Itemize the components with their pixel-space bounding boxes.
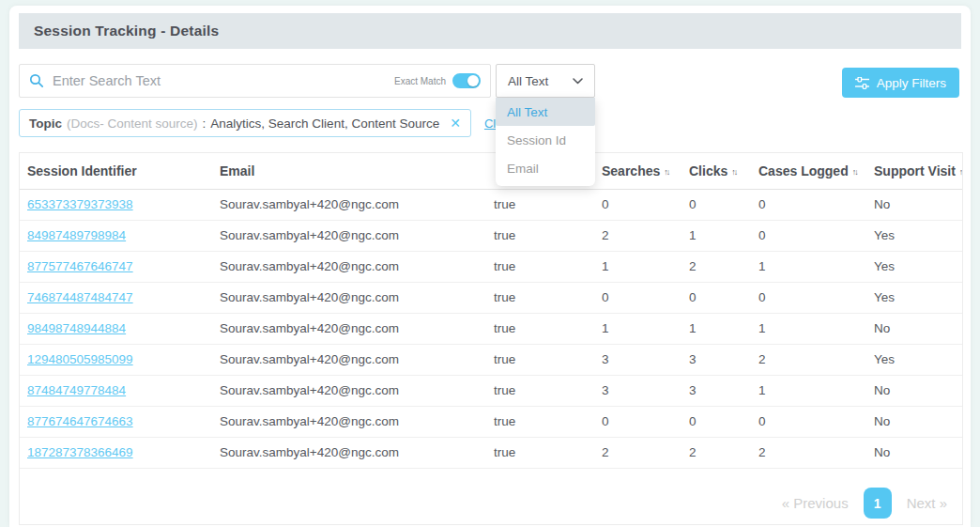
table-row: 877674647674663 Sourav.sambyal+420@ngc.c…: [20, 406, 962, 437]
sort-icon[interactable]: ↑↓: [852, 167, 857, 177]
dropdown-option-email[interactable]: Email: [496, 154, 595, 182]
support-visit-cell: No: [866, 189, 962, 220]
cases-logged-cell: 0: [751, 406, 866, 437]
exact-match-control: Exact Match: [394, 73, 481, 88]
cases-logged-cell: 1: [751, 313, 866, 344]
next-page-button[interactable]: Next »: [907, 495, 947, 511]
page-titlebar: Session Tracking - Details: [19, 13, 961, 49]
cases-logged-cell: 0: [751, 189, 866, 220]
table-row: 877577467646747 Sourav.sambyal+420@ngc.c…: [20, 251, 962, 282]
sliders-icon: [855, 77, 869, 89]
searches-cell: 0: [594, 189, 681, 220]
session-id-link[interactable]: 187287378366469: [27, 445, 133, 459]
cases-logged-cell: 0: [751, 282, 866, 313]
current-page-button[interactable]: 1: [864, 488, 892, 519]
flag-cell: true: [486, 344, 594, 375]
flag-cell: true: [486, 282, 594, 313]
support-visit-cell: Yes: [866, 282, 962, 313]
support-visit-cell: Yes: [866, 220, 962, 251]
chip-remove-icon[interactable]: ✕: [450, 116, 461, 131]
search-scope-dropdown: All Text Session Id Email: [496, 98, 595, 186]
clicks-cell: 2: [681, 251, 751, 282]
apply-filters-label: Apply Filters: [877, 76, 946, 90]
table-row: 653373379373938 Sourav.sambyal+420@ngc.c…: [20, 189, 962, 220]
filter-chip-hint: (Docs- Content source): [67, 116, 198, 131]
cases-logged-cell: 0: [751, 220, 866, 251]
email-cell: Sourav.sambyal+420@ngc.com: [212, 313, 486, 344]
searches-cell: 1: [594, 313, 681, 344]
page-title: Session Tracking - Details: [34, 23, 219, 39]
clicks-cell: 0: [681, 189, 751, 220]
table-row: 98498748944884 Sourav.sambyal+420@ngc.co…: [20, 313, 962, 344]
header-clicks[interactable]: Clicks↑↓: [681, 153, 751, 189]
clicks-cell: 0: [681, 282, 751, 313]
session-id-link[interactable]: 84987489798984: [27, 228, 126, 242]
cases-logged-cell: 2: [751, 344, 866, 375]
table-row: 746874487484747 Sourav.sambyal+420@ngc.c…: [20, 282, 962, 313]
clicks-cell: 3: [681, 344, 751, 375]
apply-filters-button[interactable]: Apply Filters: [842, 68, 959, 98]
sort-icon[interactable]: ↑↓: [731, 167, 736, 177]
searches-cell: 1: [594, 251, 681, 282]
filter-chip-topic: Topic (Docs- Content source) : Analytics…: [19, 109, 471, 137]
cases-logged-cell: 1: [751, 375, 866, 406]
filter-chip-name: Topic: [29, 116, 62, 131]
dropdown-option-session-id[interactable]: Session Id: [496, 126, 595, 154]
email-cell: Sourav.sambyal+420@ngc.com: [212, 344, 486, 375]
support-visit-cell: Yes: [866, 344, 962, 375]
support-visit-cell: No: [866, 437, 962, 468]
table-row: 84987489798984 Sourav.sambyal+420@ngc.co…: [20, 220, 962, 251]
header-cases-logged[interactable]: Cases Logged↑↓: [751, 153, 866, 189]
search-icon: [29, 73, 44, 88]
previous-page-button[interactable]: « Previous: [782, 495, 849, 511]
filter-chip-colon: :: [203, 116, 207, 131]
clicks-cell: 2: [681, 437, 751, 468]
session-id-link[interactable]: 129480505985099: [27, 352, 133, 366]
support-visit-cell: No: [866, 406, 962, 437]
searches-cell: 0: [594, 406, 681, 437]
clicks-cell: 0: [681, 406, 751, 437]
support-visit-cell: No: [866, 375, 962, 406]
search-box: Exact Match: [19, 64, 491, 98]
sort-icon[interactable]: ↑↓: [664, 167, 668, 177]
toggle-knob: [467, 75, 479, 86]
email-cell: Sourav.sambyal+420@ngc.com: [212, 437, 486, 468]
session-id-link[interactable]: 87484749778484: [27, 383, 126, 397]
header-email: Email: [212, 153, 486, 189]
email-cell: Sourav.sambyal+420@ngc.com: [212, 282, 486, 313]
searches-cell: 2: [594, 220, 681, 251]
search-input[interactable]: [53, 73, 394, 88]
exact-match-toggle[interactable]: [452, 73, 481, 88]
header-session-identifier: Session Identifier: [20, 153, 212, 189]
table-header-row: Session Identifier Email Searches↑↓ Clic…: [20, 153, 962, 189]
session-id-link[interactable]: 877674647674663: [27, 414, 133, 428]
table-row: 187287378366469 Sourav.sambyal+420@ngc.c…: [20, 437, 962, 468]
searches-cell: 0: [594, 282, 681, 313]
searches-cell: 3: [594, 375, 681, 406]
search-scope-select[interactable]: All Text: [496, 64, 595, 98]
sessions-table: Session Identifier Email Searches↑↓ Clic…: [20, 153, 962, 469]
email-cell: Sourav.sambyal+420@ngc.com: [212, 375, 486, 406]
flag-cell: true: [486, 375, 594, 406]
exact-match-label: Exact Match: [394, 76, 446, 86]
content-card: Session Tracking - Details Exact Match A…: [9, 6, 971, 527]
flag-cell: true: [486, 406, 594, 437]
session-id-link[interactable]: 98498748944884: [27, 321, 126, 335]
flag-cell: true: [486, 437, 594, 468]
cases-logged-cell: 1: [751, 251, 866, 282]
header-searches[interactable]: Searches↑↓: [594, 153, 681, 189]
session-id-link[interactable]: 653373379373938: [27, 197, 133, 211]
session-id-link[interactable]: 746874487484747: [27, 290, 133, 304]
email-cell: Sourav.sambyal+420@ngc.com: [212, 220, 486, 251]
session-id-link[interactable]: 877577467646747: [27, 259, 133, 273]
filter-chip-values: Analytics, Search Client, Content Source: [210, 116, 439, 131]
flag-cell: true: [486, 220, 594, 251]
sessions-table-container: Session Identifier Email Searches↑↓ Clic…: [19, 152, 963, 525]
sort-icon[interactable]: ↑↓: [959, 167, 962, 177]
flag-cell: true: [486, 251, 594, 282]
table-row: 129480505985099 Sourav.sambyal+420@ngc.c…: [20, 344, 962, 375]
header-support-visit[interactable]: Support Visit↑↓: [866, 153, 962, 189]
dropdown-option-all-text[interactable]: All Text: [496, 98, 595, 126]
table-row: 87484749778484 Sourav.sambyal+420@ngc.co…: [20, 375, 962, 406]
flag-cell: true: [486, 189, 594, 220]
